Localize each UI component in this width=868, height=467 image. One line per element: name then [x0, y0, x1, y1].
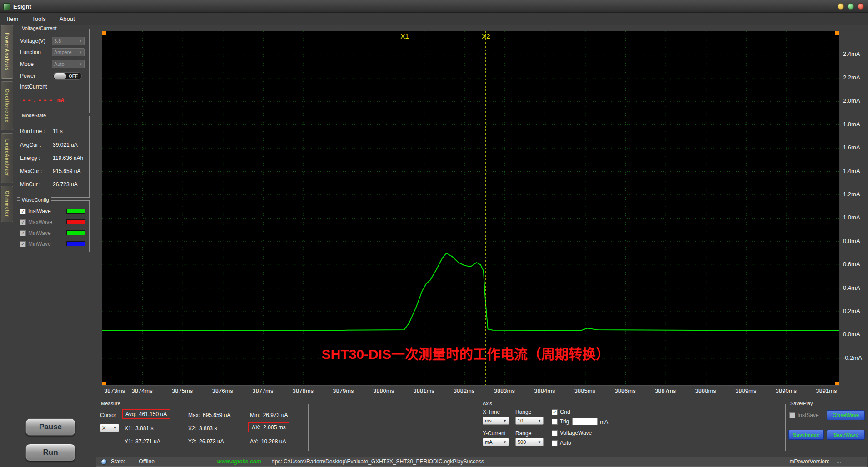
min-wave-color-swatch[interactable] [66, 230, 85, 235]
x-axis-tick-label: 3888ms [692, 388, 719, 394]
tab-power-analysis-label: PowerAnalysis [5, 33, 10, 71]
trig-threshold-input[interactable] [572, 418, 598, 425]
grid-checkbox-label: Grid [560, 409, 570, 415]
min-wave2-color-swatch[interactable] [66, 241, 85, 246]
tab-ohmmeter[interactable]: Ohmmeter [1, 186, 13, 222]
mode-select[interactable]: Auto ▼ [52, 60, 85, 68]
menu-item-item[interactable]: Item [7, 15, 18, 22]
tab-logic-analyzer-label: LogicAnalyzer [5, 139, 10, 176]
pause-button[interactable]: Pause [25, 418, 75, 436]
save-play-group: Save/Play InstSave CloseWave SaveImage S… [785, 404, 867, 451]
tab-logic-analyzer[interactable]: LogicAnalyzer [1, 133, 13, 183]
measure-x2-value: 3.883 s [199, 425, 217, 432]
trig-checkbox-label: Trig [560, 418, 569, 425]
x-axis-tick-label: 3887ms [652, 388, 679, 394]
cursor-label: Cursor [100, 412, 116, 418]
website-link[interactable]: www.egteks.com [217, 458, 261, 465]
y-axis-tick-label: 0.8mA [843, 238, 860, 244]
measure-dy-label: ΔY: [250, 438, 259, 445]
y-range-select[interactable]: 500 ▼ [515, 438, 544, 446]
close-button[interactable] [858, 3, 864, 10]
tab-power-analysis[interactable]: PowerAnalysis [1, 25, 13, 79]
state-indicator-led [101, 459, 107, 465]
y-axis-tick-label: 1.2mA [843, 191, 860, 198]
maxcur-value: 915.659 uA [53, 168, 80, 174]
measure-y1-value: 37.271 uA [135, 438, 160, 445]
auto-checkbox-label: Auto [560, 440, 571, 446]
save-wave-button[interactable]: SaveWave [827, 430, 865, 440]
x-time-unit-value: ms [485, 418, 492, 423]
measure-dx-value: 2.005 ms [263, 424, 285, 431]
mincur-value: 26.723 uA [53, 181, 78, 188]
tab-oscilloscope[interactable]: Oscilloscope [1, 81, 13, 130]
y-range-label: Range [515, 430, 531, 437]
minimize-button[interactable] [838, 3, 844, 10]
energy-value: 119.636 nAh [53, 155, 83, 161]
close-wave-button[interactable]: CloseWave [827, 410, 865, 420]
x-range-select[interactable]: 10 ▼ [515, 417, 544, 425]
trig-checkbox[interactable]: Trig [552, 418, 569, 425]
measure-y1-label: Y1: [125, 438, 133, 445]
min-wave-checkbox[interactable]: MinWave [20, 230, 51, 236]
y-range-value: 500 [518, 439, 526, 445]
y-current-unit-select[interactable]: mA ▼ [483, 438, 509, 446]
menu-item-tools[interactable]: Tools [32, 15, 45, 22]
checkbox-icon [552, 419, 558, 425]
grid-checkbox[interactable]: Grid [552, 409, 570, 415]
inst-wave-checkbox[interactable]: InstWave [20, 208, 51, 214]
version-value: ... [837, 458, 841, 465]
run-button[interactable]: Run [25, 444, 75, 461]
runtime-label: RunTime : [20, 128, 45, 134]
x-time-unit-select[interactable]: ms ▼ [483, 417, 509, 425]
menu-item-about[interactable]: About [60, 15, 75, 22]
y-current-label: Y-Current [483, 430, 506, 437]
inst-wave-color-swatch[interactable] [66, 209, 85, 214]
function-select-value: Ampere [54, 50, 72, 55]
state-value: Offline [139, 458, 154, 465]
energy-label: Energy : [20, 155, 40, 161]
max-wave-color-swatch[interactable] [66, 219, 85, 224]
x-axis-tick-label: 3878ms [289, 388, 317, 394]
min-wave2-checkbox[interactable]: MinWave [20, 241, 51, 247]
measure-x1: X1:3.881 s [125, 425, 153, 432]
waveform-plot[interactable]: X1X2 [102, 31, 839, 385]
tips-text: tips: C:\Users\Radom\Desktop\Evaluate_GX… [272, 458, 484, 465]
x-axis-tick-label: 3890ms [773, 388, 800, 394]
save-image-button[interactable]: SaveImage [788, 430, 824, 440]
maximize-button[interactable] [848, 3, 854, 10]
cursor-select[interactable]: X ▼ [100, 424, 119, 432]
chevron-down-icon: ▼ [79, 62, 82, 66]
measure-max: Max:695.659 uA [188, 412, 230, 418]
max-wave-checkbox[interactable]: MaxWave [20, 219, 52, 225]
voltage-wave-checkbox-label: VoltageWave [560, 430, 592, 436]
measure-x2-label: X2: [188, 425, 196, 432]
x-axis-labels: 3873ms3874ms3875ms3876ms3877ms3878ms3879… [102, 388, 856, 396]
avgcur-label: AvgCur : [20, 142, 41, 148]
min-wave2-label: MinWave [28, 241, 51, 247]
auto-checkbox[interactable]: Auto [552, 440, 571, 446]
runtime-value: 11 s [53, 128, 63, 134]
power-toggle-knob [54, 73, 66, 79]
maxcur-label: MaxCur : [20, 168, 42, 174]
checkbox-icon [552, 440, 558, 446]
x-time-label: X-Time [483, 409, 500, 415]
chart-area[interactable]: X1X2 SHT30-DIS一次测量时的工作电流（周期转换） [102, 31, 839, 386]
inst-save-checkbox-label: InstSave [798, 412, 819, 418]
power-toggle[interactable]: OFF [53, 72, 82, 80]
chevron-down-icon: ▼ [503, 419, 507, 423]
cursor-select-value: X [102, 425, 105, 431]
inst-save-checkbox[interactable]: InstSave [789, 412, 819, 418]
y-axis-tick-label: 0.2mA [843, 308, 860, 314]
y-axis-tick-label: 0.0mA [843, 331, 860, 338]
voltage-wave-checkbox[interactable]: VoltageWave [552, 430, 592, 436]
measure-dx: ΔX:2.005 ms [248, 422, 289, 432]
x-axis-tick-label: 3874ms [129, 388, 156, 394]
voltage-select[interactable]: 3.8 ▼ [52, 37, 85, 45]
x-axis-tick-label: 3877ms [249, 388, 276, 394]
checkbox-icon [20, 219, 26, 225]
y-axis-tick-label: 2.4mA [843, 50, 860, 57]
chevron-down-icon: ▼ [538, 419, 541, 423]
x-range-label: Range [515, 409, 531, 415]
function-select[interactable]: Ampere ▼ [52, 48, 85, 56]
measure-group-label: Measure [99, 401, 122, 406]
